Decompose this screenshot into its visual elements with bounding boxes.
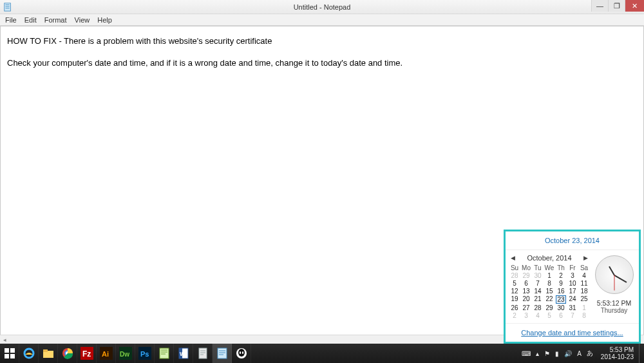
calendar-day[interactable]: 9	[556, 280, 566, 287]
calendar-day[interactable]: 4	[579, 272, 589, 279]
calendar-day[interactable]: 20	[521, 295, 531, 304]
svg-text:Ps: Ps	[140, 350, 149, 358]
calendar-day[interactable]: 3	[567, 272, 578, 279]
prev-month-button[interactable]: ◀	[511, 255, 515, 261]
illustrator-icon[interactable]: Ai	[97, 344, 116, 363]
svg-text:Fz: Fz	[82, 349, 91, 358]
clock-panel: 5:53:12 PM Thursday	[589, 253, 635, 319]
taskbar-left: FzAiDwPsW	[0, 344, 251, 363]
calendar-day[interactable]: 18	[579, 288, 589, 295]
window-controls: — ❐ ✕	[591, 0, 644, 12]
calendar-day[interactable]: 29	[521, 272, 531, 279]
calendar-day[interactable]: 31	[567, 304, 578, 311]
svg-point-30	[239, 351, 240, 354]
calendar-day[interactable]: 30	[556, 304, 566, 311]
calendar-day[interactable]: 7	[533, 280, 543, 287]
calendar-day[interactable]: 5	[544, 312, 554, 319]
calendar-day[interactable]: 7	[567, 312, 578, 319]
svg-rect-27	[218, 348, 227, 358]
next-month-button[interactable]: ▶	[583, 255, 588, 261]
calendar-day[interactable]: 15	[544, 288, 554, 295]
file-explorer-icon[interactable]	[39, 344, 58, 363]
calendar-day[interactable]: 10	[567, 280, 578, 287]
tray-ime-jp-icon[interactable]: あ	[584, 344, 596, 363]
calendar-day[interactable]: 30	[533, 272, 543, 279]
calendar-day[interactable]: 28	[509, 272, 520, 279]
svg-point-29	[238, 349, 245, 357]
tray-overflow-icon[interactable]: ▴	[533, 344, 542, 363]
tray-clock[interactable]: 5:53 PM 2014-10-23	[596, 346, 639, 361]
calendar-day[interactable]: 2	[556, 272, 566, 279]
title-bar: Untitled - Notepad — ❐ ✕	[0, 0, 644, 14]
menu-file[interactable]: File	[1, 15, 21, 25]
calendar-day[interactable]: 23	[556, 295, 566, 304]
calendar-day[interactable]: 26	[509, 304, 520, 311]
notepadpp-icon[interactable]	[155, 344, 174, 363]
calendar-day[interactable]: 13	[521, 288, 531, 295]
calendar-day[interactable]: 24	[567, 295, 578, 304]
tray-keyboard-icon[interactable]: ⌨	[519, 344, 533, 363]
calendar-day[interactable]: 2	[509, 312, 520, 319]
calendar-day[interactable]: 11	[579, 280, 589, 287]
calendar-day[interactable]: 16	[556, 288, 566, 295]
calendar-day-header: Mo	[521, 264, 531, 271]
photoshop-icon[interactable]: Ps	[135, 344, 155, 363]
change-datetime-link[interactable]: Change date and time settings...	[521, 329, 623, 337]
calendar-day[interactable]: 8	[544, 280, 554, 287]
tray-ime-a-icon[interactable]: A	[574, 344, 584, 363]
svg-rect-26	[199, 348, 207, 358]
dreamweaver-icon[interactable]: Dw	[116, 344, 135, 363]
calendar-day-header: Tu	[533, 264, 543, 271]
calendar-day[interactable]: 6	[556, 312, 566, 319]
datetime-header: October 23, 2014	[506, 231, 639, 250]
chrome-icon[interactable]	[58, 344, 77, 363]
calendar-day[interactable]: 4	[533, 312, 543, 319]
calendar-day[interactable]: 22	[544, 295, 554, 304]
menu-view[interactable]: View	[71, 15, 94, 25]
calendar-day[interactable]: 21	[533, 295, 543, 304]
calendar-day[interactable]: 1	[544, 272, 554, 279]
svg-rect-4	[5, 348, 9, 353]
menu-format[interactable]: Format	[41, 15, 71, 25]
calendar-day[interactable]: 14	[533, 288, 543, 295]
calendar-day[interactable]: 17	[567, 288, 578, 295]
svg-text:Dw: Dw	[120, 351, 129, 358]
calendar-day[interactable]: 6	[521, 280, 531, 287]
calendar-day[interactable]: 8	[579, 312, 589, 319]
minimize-button[interactable]: —	[591, 0, 608, 12]
alien-icon[interactable]	[232, 344, 251, 363]
start-button[interactable]	[0, 344, 19, 363]
close-button[interactable]: ✕	[625, 0, 644, 12]
document-icon[interactable]	[193, 344, 213, 363]
notepad-task-icon[interactable]	[213, 344, 232, 363]
tray-action-center-icon[interactable]: ⚑	[542, 344, 553, 363]
calendar-day[interactable]: 3	[521, 312, 531, 319]
calendar-day[interactable]: 1	[579, 304, 589, 311]
month-label[interactable]: October, 2014	[527, 254, 571, 262]
scroll-left-arrow[interactable]: ◂	[0, 335, 9, 344]
calendar-day[interactable]: 19	[509, 295, 520, 304]
svg-text:W: W	[180, 351, 185, 357]
notepad-app-icon	[3, 3, 12, 12]
ie-icon[interactable]	[19, 344, 39, 363]
menu-edit[interactable]: Edit	[21, 15, 41, 25]
svg-rect-22	[160, 348, 169, 358]
word-icon[interactable]: W	[174, 344, 193, 363]
tray-volume-icon[interactable]: 🔊	[562, 344, 574, 363]
maximize-button[interactable]: ❐	[608, 0, 625, 12]
filezilla-icon[interactable]: Fz	[77, 344, 97, 363]
window-title: Untitled - Notepad	[0, 3, 644, 11]
tray-time: 5:53 PM	[601, 346, 634, 354]
menu-help[interactable]: Help	[93, 15, 116, 25]
calendar-day[interactable]: 12	[509, 288, 520, 295]
menu-bar: File Edit Format View Help	[0, 14, 644, 26]
calendar-day[interactable]: 27	[521, 304, 531, 311]
tray-network-icon[interactable]: ▮	[553, 344, 562, 363]
datetime-footer: Change date and time settings...	[506, 323, 639, 342]
document-line: Check your computer's date and time, and…	[7, 57, 637, 69]
calendar-day[interactable]: 25	[579, 295, 589, 304]
show-desktop-button[interactable]	[639, 344, 644, 363]
calendar-day[interactable]: 28	[533, 304, 543, 311]
calendar-day[interactable]: 5	[509, 280, 520, 287]
calendar-day[interactable]: 29	[544, 304, 554, 311]
